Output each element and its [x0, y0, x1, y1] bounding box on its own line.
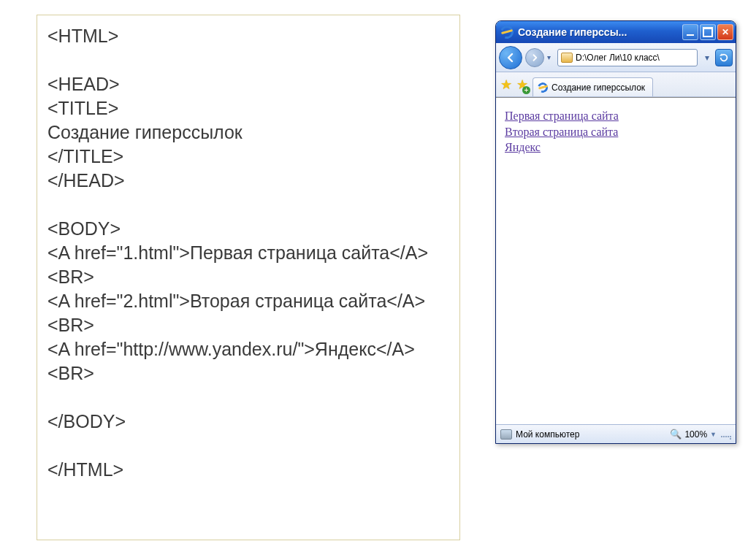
address-bar[interactable]: D:\Олег Ли\10 класс\ — [557, 49, 698, 66]
go-refresh-button[interactable] — [715, 49, 733, 66]
html-source-code: <HTML> <HEAD> <TITLE> Создание гиперссыл… — [47, 24, 449, 482]
ie-page-icon — [538, 83, 548, 93]
minimize-button[interactable] — [682, 24, 698, 40]
link-second-page[interactable]: Вторая страница сайта — [505, 126, 618, 138]
forward-button[interactable] — [525, 48, 544, 67]
ie-browser-window: Создание гиперссы... ▾ D:\Олег Ли\10 кла… — [495, 20, 736, 444]
folder-icon — [561, 53, 573, 63]
favorites-toolbar: ★ ★ Создание гиперссылок — [496, 72, 736, 97]
zoom-control[interactable]: 🔍 100% ▼ — [670, 429, 717, 440]
browser-tab[interactable]: Создание гиперссылок — [533, 77, 653, 96]
code-frame: <HTML> <HEAD> <TITLE> Создание гиперссыл… — [37, 15, 460, 540]
tab-label: Создание гиперссылок — [552, 83, 645, 93]
zoom-value: 100% — [684, 429, 707, 440]
link-first-page[interactable]: Первая страница сайта — [505, 110, 619, 122]
status-bar: Мой компьютер 🔍 100% ▼ — [496, 424, 736, 443]
arrow-right-icon — [530, 53, 539, 62]
refresh-icon — [719, 53, 729, 63]
history-dropdown[interactable]: ▾ — [547, 53, 554, 61]
window-title: Создание гиперссы... — [518, 26, 682, 38]
magnifier-icon: 🔍 — [670, 429, 682, 440]
ie-logo-icon — [500, 26, 514, 39]
page-viewport: Первая страница сайта Вторая страница са… — [496, 97, 736, 424]
close-button[interactable] — [717, 24, 733, 40]
resize-grip[interactable] — [721, 429, 731, 440]
zoom-dropdown-icon: ▼ — [710, 431, 717, 438]
link-yandex[interactable]: Яндекс — [505, 141, 541, 153]
maximize-button[interactable] — [700, 24, 716, 40]
back-button[interactable] — [499, 46, 522, 69]
favorites-star-icon[interactable]: ★ — [500, 77, 512, 93]
address-dropdown[interactable]: ▾ — [702, 50, 712, 66]
arrow-left-icon — [505, 52, 516, 64]
window-titlebar[interactable]: Создание гиперссы... — [496, 21, 736, 43]
address-text: D:\Олег Ли\10 класс\ — [576, 53, 660, 63]
status-zone-text: Мой компьютер — [516, 429, 579, 440]
add-favorite-icon[interactable]: ★ — [516, 77, 528, 93]
computer-icon — [500, 429, 512, 440]
navigation-toolbar: ▾ D:\Олег Ли\10 класс\ ▾ — [496, 43, 736, 72]
